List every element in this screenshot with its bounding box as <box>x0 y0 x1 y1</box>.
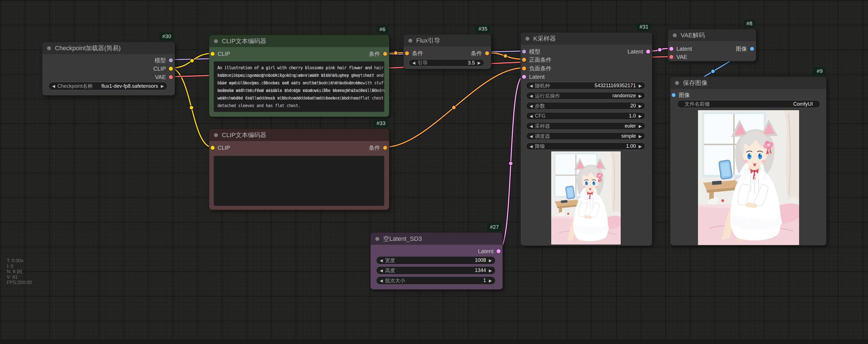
node-clip-text-encode-positive[interactable]: #6 CLIP文本编码器 CLIP 条件 An illustration of … <box>209 35 389 117</box>
node-header[interactable]: Checkpoint加载器(简易) <box>42 42 175 54</box>
clip-port-icon[interactable] <box>169 67 173 70</box>
stepper-right-icon[interactable]: ▶ <box>639 94 642 98</box>
stepper-right-icon[interactable]: ▶ <box>489 268 492 273</box>
conditioning-port-icon[interactable] <box>522 58 526 62</box>
input-slot-clip[interactable]: CLIP <box>211 144 230 151</box>
latent-port-icon[interactable] <box>646 50 650 54</box>
widget-sampler[interactable]: ◀ 采样器 euler ▶ <box>526 122 645 130</box>
stepper-right-icon[interactable]: ▶ <box>639 104 642 108</box>
node-flux-guidance[interactable]: #35 Flux引导 条件 条件 ◀ 引导 3.5 ▶ <box>403 34 491 69</box>
stepper-right-icon[interactable]: ▶ <box>639 124 642 128</box>
clip-port-icon[interactable] <box>211 146 215 150</box>
conditioning-port-icon[interactable] <box>485 51 489 55</box>
stepper-left-icon[interactable]: ◀ <box>380 268 383 273</box>
stepper-right-icon[interactable]: ▶ <box>161 84 164 88</box>
widget-seed[interactable]: ◀ 随机种 543211169352171 ▶ <box>526 82 645 89</box>
collapse-dot-icon[interactable] <box>214 39 218 43</box>
collapse-dot-icon[interactable] <box>47 46 51 50</box>
stepper-right-icon[interactable]: ▶ <box>489 258 492 263</box>
widget-control-after-generate[interactable]: ◀ 运行后操作 randomize ▶ <box>526 92 645 99</box>
node-empty-latent-sd3[interactable]: #27 空Latent_SD3 Latent ◀ 宽度 1008 ▶ ◀ 高度 … <box>370 232 503 290</box>
node-ksampler[interactable]: #31 K采样器 模型 正面条件 负面条件 Latent Latent ◀ 随机… <box>520 32 652 246</box>
widget-batch-size[interactable]: ◀ 批次大小 1 ▶ <box>376 277 495 285</box>
stepper-right-icon[interactable]: ▶ <box>639 134 642 139</box>
widget-height[interactable]: ◀ 高度 1344 ▶ <box>376 266 495 275</box>
node-header[interactable]: Flux引导 <box>404 34 491 47</box>
widget-cfg[interactable]: ◀ CFG 1.0 ▶ <box>526 112 645 120</box>
node-header[interactable]: K采样器 <box>521 32 652 45</box>
output-slot-clip[interactable]: CLIP <box>154 65 173 72</box>
input-slot-clip[interactable]: CLIP <box>211 51 230 57</box>
image-port-icon[interactable] <box>672 93 676 97</box>
conditioning-port-icon[interactable] <box>405 51 409 55</box>
clip-port-icon[interactable] <box>211 52 215 56</box>
stepper-right-icon[interactable]: ▶ <box>477 61 480 65</box>
input-slot-positive[interactable]: 正面条件 <box>522 56 552 63</box>
widget-denoise[interactable]: ◀ 降噪 1.00 ▶ <box>526 142 645 150</box>
stepper-right-icon[interactable]: ▶ <box>489 278 492 283</box>
output-slot-model[interactable]: 模型 <box>155 57 173 64</box>
widget-width[interactable]: ◀ 宽度 1008 ▶ <box>376 256 495 264</box>
stepper-left-icon[interactable]: ◀ <box>530 134 533 139</box>
output-slot-conditioning[interactable]: 条件 <box>369 144 387 151</box>
node-save-image[interactable]: #9 保存图像 图像 文件名前缀 ComfyUI <box>670 77 827 246</box>
stepper-left-icon[interactable]: ◀ <box>52 84 55 88</box>
collapse-dot-icon[interactable] <box>675 81 679 85</box>
prompt-textarea[interactable]: An illustration of a girl with cherry bl… <box>214 61 384 112</box>
stepper-left-icon[interactable]: ◀ <box>530 94 533 98</box>
latent-port-icon[interactable] <box>497 249 500 253</box>
output-slot-conditioning[interactable]: 条件 <box>369 51 387 57</box>
node-graph-canvas[interactable]: #30 Checkpoint加载器(简易) 模型 CLIP VAE ◀ Chec… <box>0 0 868 344</box>
output-slot-latent[interactable]: Latent <box>627 48 650 55</box>
model-port-icon[interactable] <box>169 58 173 62</box>
collapse-dot-icon[interactable] <box>214 133 218 137</box>
stepper-left-icon[interactable]: ◀ <box>380 278 383 283</box>
node-header[interactable]: 空Latent_SD3 <box>371 233 502 245</box>
input-slot-latent[interactable]: Latent <box>670 46 692 52</box>
prompt-textarea[interactable] <box>214 156 384 206</box>
widget-checkpoint-name[interactable]: ◀ Checkpoint名称 flux1-dev-fp8.safetensors… <box>49 82 167 90</box>
input-slot-model[interactable]: 模型 <box>522 48 540 55</box>
node-checkpoint-loader[interactable]: #30 Checkpoint加载器(简易) 模型 CLIP VAE ◀ Chec… <box>42 42 175 95</box>
stepper-left-icon[interactable]: ◀ <box>530 104 533 108</box>
stepper-left-icon[interactable]: ◀ <box>530 114 533 118</box>
image-port-icon[interactable] <box>750 47 754 51</box>
widget-scheduler[interactable]: ◀ 调度器 simple ▶ <box>526 132 645 140</box>
output-slot-conditioning[interactable]: 条件 <box>471 50 489 57</box>
widget-steps[interactable]: ◀ 步数 20 ▶ <box>526 102 645 110</box>
conditioning-port-icon[interactable] <box>383 146 387 150</box>
input-slot-vae[interactable]: VAE <box>670 54 687 60</box>
model-port-icon[interactable] <box>522 50 526 54</box>
input-slot-latent[interactable]: Latent <box>522 74 545 80</box>
collapse-dot-icon[interactable] <box>525 37 529 41</box>
stepper-left-icon[interactable]: ◀ <box>412 61 415 65</box>
node-header[interactable]: VAE解码 <box>668 29 756 41</box>
stepper-left-icon[interactable]: ◀ <box>530 144 533 149</box>
input-slot-conditioning[interactable]: 条件 <box>405 50 423 57</box>
input-slot-negative[interactable]: 负面条件 <box>522 65 552 72</box>
collapse-dot-icon[interactable] <box>673 33 677 37</box>
output-slot-vae[interactable]: VAE <box>155 74 173 81</box>
stepper-right-icon[interactable]: ▶ <box>639 114 642 118</box>
node-header[interactable]: 保存图像 <box>670 77 826 89</box>
node-clip-text-encode-negative[interactable]: #33 CLIP文本编码器 CLIP 条件 <box>209 129 389 210</box>
widget-filename-prefix[interactable]: 文件名前缀 ComfyUI <box>677 100 820 108</box>
latent-port-icon[interactable] <box>670 47 673 51</box>
collapse-dot-icon[interactable] <box>375 237 379 241</box>
conditioning-port-icon[interactable] <box>522 66 526 70</box>
output-slot-latent[interactable]: Latent <box>478 248 500 255</box>
latent-port-icon[interactable] <box>522 75 526 79</box>
vae-port-icon[interactable] <box>670 55 673 59</box>
input-slot-image[interactable]: 图像 <box>672 92 690 98</box>
node-vae-decode[interactable]: #8 VAE解码 Latent VAE 图像 <box>668 29 756 61</box>
stepper-right-icon[interactable]: ▶ <box>639 144 642 149</box>
stepper-left-icon[interactable]: ◀ <box>530 124 533 128</box>
stepper-left-icon[interactable]: ◀ <box>530 84 533 88</box>
node-header[interactable]: CLIP文本编码器 <box>209 35 389 47</box>
conditioning-port-icon[interactable] <box>383 52 387 56</box>
output-slot-image[interactable]: 图像 <box>736 46 754 52</box>
stepper-right-icon[interactable]: ▶ <box>639 84 642 88</box>
collapse-dot-icon[interactable] <box>408 39 412 42</box>
stepper-left-icon[interactable]: ◀ <box>380 258 383 263</box>
vae-port-icon[interactable] <box>169 75 173 79</box>
